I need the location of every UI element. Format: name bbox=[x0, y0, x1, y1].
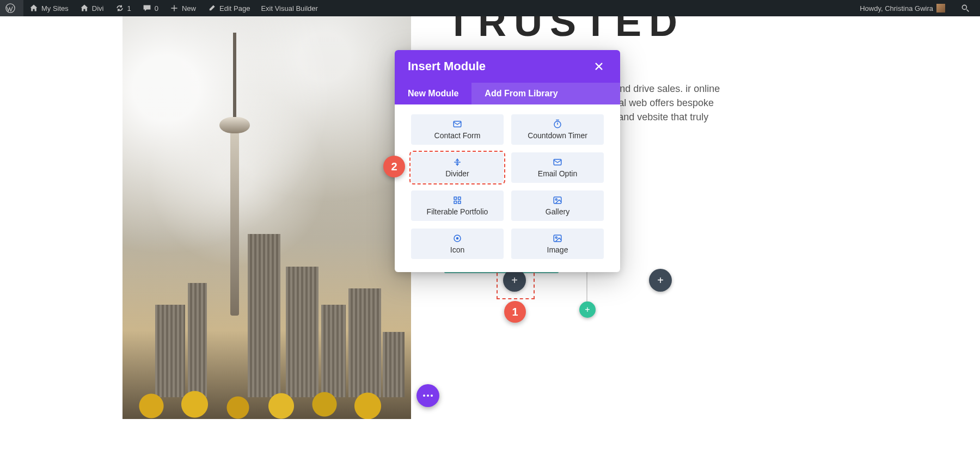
svg-point-14 bbox=[555, 237, 557, 238]
exit-vb-label: Exit Visual Builder bbox=[261, 4, 318, 13]
modal-tabs: New Module Add From Library bbox=[395, 83, 620, 104]
my-sites-menu[interactable]: My Sites bbox=[23, 0, 74, 16]
annotation-callout-1: 1 bbox=[504, 301, 526, 323]
comments-menu[interactable]: 0 bbox=[137, 0, 164, 16]
module-card-label: Email Optin bbox=[538, 169, 577, 178]
svg-point-10 bbox=[555, 199, 557, 200]
plus-icon: + bbox=[657, 274, 664, 287]
mail-icon bbox=[452, 119, 462, 129]
image-icon bbox=[553, 195, 562, 205]
avatar bbox=[936, 4, 945, 13]
modal-body: Contact FormCountdown TimerDividerEmail … bbox=[395, 104, 620, 272]
wordpress-icon bbox=[5, 3, 15, 13]
pencil-icon bbox=[207, 3, 217, 13]
module-card-countdown-timer[interactable]: Countdown Timer bbox=[511, 114, 604, 145]
site-icon bbox=[79, 3, 89, 13]
svg-point-12 bbox=[457, 238, 458, 239]
edit-page-link[interactable]: Edit Page bbox=[201, 0, 255, 16]
mail-icon bbox=[553, 157, 562, 167]
plus-icon: + bbox=[511, 274, 518, 287]
module-card-label: Image bbox=[547, 245, 568, 254]
search-icon bbox=[961, 4, 970, 13]
module-card-divider[interactable]: Divider bbox=[411, 152, 504, 183]
exit-visual-builder-link[interactable]: Exit Visual Builder bbox=[255, 0, 323, 16]
updates-count: 1 bbox=[127, 4, 131, 13]
admin-search-button[interactable] bbox=[951, 0, 980, 16]
wp-logo[interactable] bbox=[0, 0, 23, 16]
wp-admin-bar: My Sites Divi 1 0 New bbox=[0, 0, 980, 16]
module-card-gallery[interactable]: Gallery bbox=[511, 190, 604, 221]
svg-rect-6 bbox=[458, 197, 461, 200]
updates-menu[interactable]: 1 bbox=[109, 0, 137, 16]
comments-count: 0 bbox=[155, 4, 158, 13]
insert-module-modal: Insert Module New Module Add From Librar… bbox=[395, 50, 620, 272]
page-settings-button[interactable] bbox=[416, 384, 439, 407]
module-card-contact-form[interactable]: Contact Form bbox=[411, 114, 504, 145]
hero-image bbox=[122, 16, 411, 419]
module-card-label: Countdown Timer bbox=[528, 131, 587, 140]
svg-rect-7 bbox=[454, 201, 457, 204]
my-sites-label: My Sites bbox=[41, 4, 69, 13]
page-canvas: TRUSTED business. A well-designed awaren… bbox=[0, 16, 980, 462]
modal-header: Insert Module bbox=[395, 50, 620, 83]
edit-page-label: Edit Page bbox=[219, 4, 250, 13]
add-row-button[interactable]: + bbox=[579, 301, 596, 318]
target-icon bbox=[452, 233, 462, 243]
module-card-label: Divider bbox=[445, 169, 469, 178]
more-icon bbox=[423, 395, 433, 397]
close-icon bbox=[594, 61, 604, 71]
new-content-menu[interactable]: New bbox=[164, 0, 201, 16]
add-module-button-col2[interactable]: + bbox=[649, 269, 672, 292]
home-icon bbox=[29, 3, 39, 13]
module-card-label: Filterable Portfolio bbox=[427, 207, 488, 216]
image-icon bbox=[553, 233, 562, 243]
site-name-label: Divi bbox=[92, 4, 104, 13]
module-card-filterable-portfolio[interactable]: Filterable Portfolio bbox=[411, 190, 504, 221]
svg-rect-8 bbox=[458, 201, 461, 204]
module-card-label: Contact Form bbox=[434, 131, 481, 140]
timer-icon bbox=[553, 119, 562, 129]
add-module-button[interactable]: + bbox=[503, 269, 526, 292]
module-card-label: Icon bbox=[450, 245, 464, 254]
svg-rect-5 bbox=[454, 197, 457, 200]
refresh-icon bbox=[115, 3, 125, 13]
grid-icon bbox=[452, 195, 462, 205]
module-card-image[interactable]: Image bbox=[511, 229, 604, 259]
module-card-label: Gallery bbox=[546, 207, 569, 216]
tab-new-module[interactable]: New Module bbox=[395, 83, 471, 104]
svg-point-1 bbox=[962, 5, 966, 9]
divider-icon bbox=[452, 157, 462, 167]
site-name-menu[interactable]: Divi bbox=[74, 0, 109, 16]
modal-close-button[interactable] bbox=[591, 58, 607, 75]
plus-icon bbox=[169, 3, 179, 13]
howdy-label: Howdy, Christina Gwira bbox=[860, 4, 933, 13]
new-label: New bbox=[182, 4, 196, 13]
comment-icon bbox=[142, 3, 152, 13]
account-menu[interactable]: Howdy, Christina Gwira bbox=[854, 0, 951, 16]
modal-title: Insert Module bbox=[408, 59, 486, 73]
annotation-callout-2: 2 bbox=[383, 156, 405, 177]
module-card-email-optin[interactable]: Email Optin bbox=[511, 152, 604, 183]
module-card-icon[interactable]: Icon bbox=[411, 229, 504, 259]
tab-add-from-library[interactable]: Add From Library bbox=[471, 83, 571, 104]
plus-icon: + bbox=[585, 305, 590, 315]
